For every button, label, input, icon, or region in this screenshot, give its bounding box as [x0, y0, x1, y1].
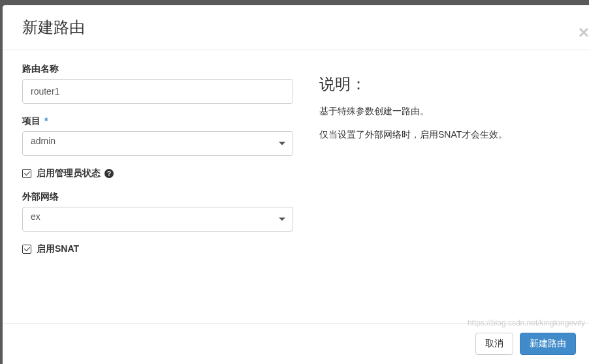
description-column: 说明： 基于特殊参数创建一路由。 仅当设置了外部网络时，启用SNAT才会生效。: [313, 63, 569, 310]
admin-state-label: 启用管理员状态: [37, 168, 101, 179]
close-icon[interactable]: ×: [579, 23, 589, 42]
enable-snat-label: 启用SNAT: [37, 243, 79, 255]
help-icon[interactable]: ?: [104, 169, 114, 178]
description-line-2: 仅当设置了外部网络时，启用SNAT才会生效。: [319, 127, 569, 143]
external-network-label: 外部网络: [22, 191, 293, 203]
router-name-input[interactable]: [22, 79, 293, 104]
required-asterisk-icon: *: [44, 115, 48, 126]
admin-state-checkbox-row[interactable]: 启用管理员状态 ?: [22, 168, 293, 179]
modal-footer: 取消 新建路由: [3, 323, 589, 364]
modal-header: 新建路由 ×: [3, 5, 589, 50]
project-select[interactable]: admin: [22, 131, 293, 156]
cancel-button[interactable]: 取消: [475, 333, 513, 355]
enable-snat-checkbox-row[interactable]: 启用SNAT: [22, 243, 293, 255]
project-select-wrap: admin: [22, 131, 293, 156]
modal-title: 新建路由: [22, 17, 569, 38]
external-network-select[interactable]: ex: [22, 207, 293, 232]
external-network-select-wrap: ex: [22, 207, 293, 232]
form-column: 路由名称 项目 * admin 启用管理员状态 ? 外部网络: [22, 63, 293, 310]
router-name-label: 路由名称: [22, 63, 293, 75]
project-label-text: 项目: [22, 115, 40, 126]
create-router-modal: 新建路由 × 路由名称 项目 * admin 启用管理员状态: [3, 5, 589, 364]
modal-body: 路由名称 项目 * admin 启用管理员状态 ? 外部网络: [3, 50, 589, 323]
project-label: 项目 *: [22, 115, 293, 127]
description-line-1: 基于特殊参数创建一路由。: [319, 104, 569, 119]
external-network-group: 外部网络 ex: [22, 191, 293, 232]
project-group: 项目 * admin: [22, 115, 293, 156]
checkbox-checked-icon: [22, 169, 31, 178]
checkbox-checked-icon: [22, 245, 31, 254]
description-title: 说明：: [319, 74, 569, 95]
submit-button[interactable]: 新建路由: [520, 333, 576, 355]
router-name-group: 路由名称: [22, 63, 293, 104]
